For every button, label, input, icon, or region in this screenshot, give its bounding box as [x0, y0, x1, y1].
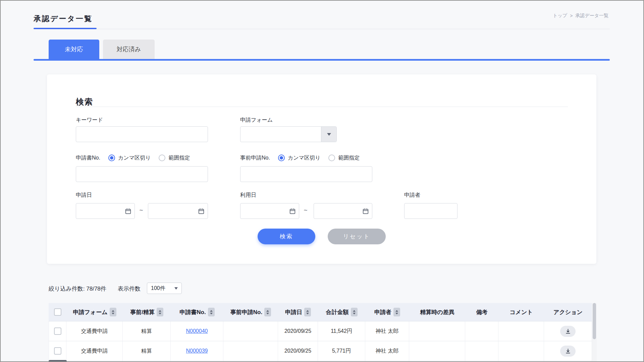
cell-difference	[409, 321, 465, 341]
reset-button[interactable]: リセット	[328, 229, 386, 244]
request-no-link[interactable]: N000040	[186, 328, 208, 334]
date-input[interactable]	[318, 208, 363, 215]
radio-selected-icon[interactable]	[278, 155, 285, 161]
sort-down-icon	[210, 313, 213, 314]
sort-button[interactable]	[110, 308, 116, 316]
column-header-type[interactable]: 事前/精算	[123, 303, 171, 321]
pre-request-no-input[interactable]	[240, 166, 372, 182]
radio-comma-label: カンマ区切り	[288, 155, 321, 162]
sort-button[interactable]	[208, 308, 215, 316]
cell-request_no: N000039	[171, 341, 223, 361]
applicant-input[interactable]	[404, 203, 458, 219]
pre-request-no-radio-range[interactable]: 範囲指定	[328, 155, 360, 162]
select-all-checkbox[interactable]	[54, 308, 61, 316]
column-header-applicant[interactable]: 申請者	[365, 303, 409, 321]
application-form-label: 申請フォーム	[240, 117, 273, 124]
sort-down-icon	[112, 313, 114, 314]
table-body: 交通費申請精算N0000402020/09/2511,542円神社 太郎交通費申…	[49, 321, 592, 362]
column-header-request_date[interactable]: 申請日	[278, 303, 318, 321]
sort-button[interactable]	[157, 308, 163, 316]
sort-down-icon	[306, 313, 309, 314]
application-form-select[interactable]	[240, 126, 337, 142]
vertical-scrollbar[interactable]	[592, 303, 597, 362]
sort-down-icon	[395, 313, 398, 314]
horizontal-scrollbar-thumb[interactable]	[49, 360, 67, 362]
sort-button[interactable]	[351, 308, 358, 316]
cell-form: 交通費申請	[66, 341, 123, 361]
keyword-input[interactable]	[76, 126, 208, 142]
tab-pending[interactable]: 未対応	[49, 40, 99, 59]
sort-button[interactable]	[264, 308, 271, 316]
column-header-pre_request_no[interactable]: 事前申請No.	[223, 303, 278, 321]
date-input[interactable]	[152, 208, 198, 215]
applicant-label: 申請者	[404, 192, 420, 199]
cell-note	[465, 341, 498, 361]
column-header-total_amount[interactable]: 合計金額	[318, 303, 365, 321]
sort-button[interactable]	[393, 308, 400, 316]
date-input[interactable]	[80, 208, 125, 215]
column-header-form[interactable]: 申請フォーム	[66, 303, 123, 321]
column-header-note: 備考	[465, 303, 498, 321]
download-button[interactable]	[560, 346, 576, 357]
cell-request_no: N000040	[171, 321, 223, 341]
request-no-link[interactable]: N000039	[186, 348, 208, 354]
radio-range-label: 範囲指定	[168, 155, 190, 162]
breadcrumb-separator: >	[570, 13, 573, 18]
display-count-select[interactable]: 100件	[147, 283, 182, 294]
calendar-icon	[363, 208, 369, 214]
cell-action	[544, 341, 592, 361]
radio-unselected-icon[interactable]	[159, 155, 165, 161]
row-checkbox[interactable]	[54, 347, 61, 355]
cell-form: 交通費申請	[66, 321, 123, 341]
request-no-radio-comma[interactable]: カンマ区切り	[108, 155, 151, 162]
select-dropdown-button[interactable]	[321, 127, 336, 142]
application-form-select-value	[240, 127, 321, 142]
breadcrumb-top-link[interactable]: トップ	[553, 13, 567, 19]
request-no-input[interactable]	[76, 166, 208, 182]
request-no-radio-range[interactable]: 範囲指定	[159, 155, 190, 162]
date-range-tilde: ~	[301, 206, 310, 214]
table-row: 交通費申請精算N0000402020/09/2511,542円神社 太郎	[49, 321, 592, 341]
column-label: 申請者	[374, 308, 391, 316]
breadcrumb: トップ > 承認データ一覧	[553, 13, 608, 19]
cell-pre_request_no	[223, 321, 278, 341]
radio-selected-icon[interactable]	[108, 155, 115, 161]
sort-up-icon	[306, 310, 309, 312]
pre-request-no-radio-comma[interactable]: カンマ区切り	[278, 155, 321, 162]
sort-up-icon	[159, 310, 161, 312]
column-label: 合計金額	[326, 308, 349, 316]
table-header-row: 申請フォーム事前/精算申請書No.事前申請No.申請日合計金額申請者精算時の差異…	[49, 303, 592, 321]
radio-unselected-icon[interactable]	[328, 155, 335, 161]
usage-date-to-input[interactable]	[314, 203, 372, 219]
cell-comment	[498, 341, 544, 361]
cell-checkbox	[49, 341, 66, 361]
vertical-scrollbar-thumb[interactable]	[593, 303, 596, 339]
display-count-label: 表示件数	[118, 285, 141, 293]
date-input[interactable]	[245, 208, 289, 215]
cell-comment	[498, 321, 544, 341]
usage-date-from-input[interactable]	[240, 203, 299, 219]
cell-request_date: 2020/09/25	[278, 321, 318, 341]
chevron-down-icon	[327, 133, 331, 136]
sort-up-icon	[266, 310, 269, 312]
request-date-from-input[interactable]	[76, 203, 135, 219]
search-heading: 検索	[76, 97, 93, 107]
search-heading-divider	[76, 107, 568, 107]
request-no-radio-group: 申請書No. カンマ区切り 範囲指定	[76, 154, 190, 162]
cell-difference	[409, 341, 465, 361]
cell-action	[544, 321, 592, 341]
sort-up-icon	[210, 310, 213, 312]
request-no-label: 申請書No.	[76, 155, 100, 162]
pre-request-no-label: 事前申請No.	[240, 155, 270, 162]
request-date-to-input[interactable]	[148, 203, 208, 219]
tab-done[interactable]: 対応済み	[103, 40, 155, 59]
date-range-tilde: ~	[137, 206, 146, 214]
row-checkbox[interactable]	[54, 327, 61, 335]
sort-button[interactable]	[304, 308, 311, 316]
download-icon	[565, 348, 571, 354]
column-label: 精算時の差異	[420, 308, 454, 316]
search-button[interactable]: 検索	[258, 229, 315, 244]
header-divider	[34, 29, 610, 29]
column-header-request_no[interactable]: 申請書No.	[171, 303, 223, 321]
download-button[interactable]	[560, 326, 576, 337]
